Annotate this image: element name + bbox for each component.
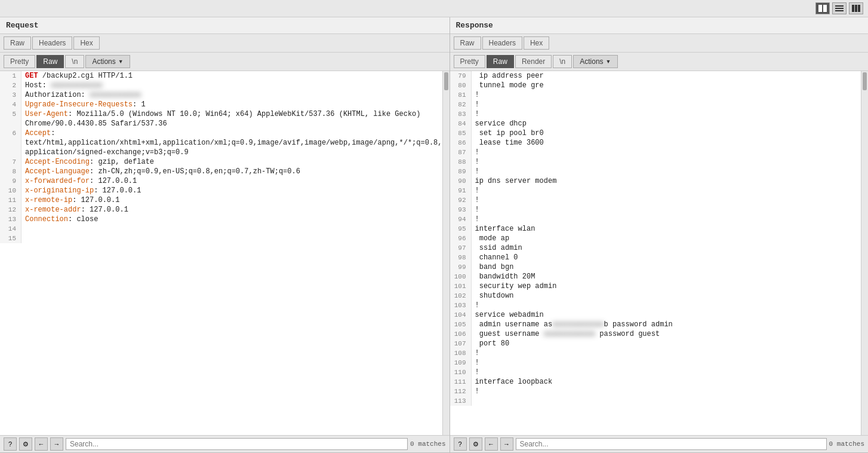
line-content: ! [472, 301, 479, 310]
line-number: 90 [450, 176, 472, 186]
request-panel: Request Raw Headers Hex Pretty Raw \n Ac… [0, 17, 450, 452]
line-number: 2 [0, 81, 21, 90]
table-row: 113 [450, 396, 861, 406]
line-content: ! [472, 205, 479, 215]
svg-rect-1 [823, 5, 827, 12]
line-content: Accept: [21, 128, 55, 138]
line-number: 7 [0, 157, 21, 167]
line-content: Upgrade-Insecure-Requests: 1 [21, 100, 146, 109]
request-next-button[interactable]: → [50, 437, 63, 451]
request-prev-button[interactable]: ← [35, 437, 48, 451]
svg-rect-6 [855, 5, 857, 12]
line-number: 92 [450, 195, 472, 205]
request-settings-button[interactable]: ⚙ [19, 437, 32, 451]
line-number: 6 [0, 128, 21, 138]
table-row: 87! [450, 148, 861, 157]
table-row: 97 ssid admin [450, 243, 861, 253]
line-number: 81 [450, 90, 472, 100]
response-search-input[interactable] [516, 438, 827, 450]
request-content[interactable]: 1GET /backup2.cgi HTTP/1.12Host: xxxxxxx… [0, 71, 442, 435]
line-number [0, 138, 21, 148]
line-number: 83 [450, 109, 472, 119]
svg-rect-3 [835, 8, 844, 9]
line-number: 89 [450, 167, 472, 176]
line-number: 9 [0, 176, 21, 186]
request-subtab-newline[interactable]: \n [65, 55, 84, 68]
request-scrollbar[interactable] [442, 71, 450, 435]
table-row: 94! [450, 215, 861, 224]
line-number: 80 [450, 81, 472, 90]
line-number: 86 [450, 138, 472, 148]
line-number: 109 [450, 358, 472, 368]
line-content: lease time 3600 [472, 138, 544, 148]
line-number: 14 [0, 224, 21, 234]
response-scrollbar[interactable] [861, 71, 868, 435]
line-number: 98 [450, 253, 472, 262]
request-tab-raw[interactable]: Raw [4, 36, 31, 50]
line-number [0, 119, 21, 128]
table-row: 92! [450, 195, 861, 205]
response-tab-raw[interactable]: Raw [454, 36, 481, 50]
svg-rect-4 [835, 10, 844, 11]
table-row: 85 set ip pool br0 [450, 128, 861, 138]
line-number: 94 [450, 215, 472, 224]
line-content: set ip pool br0 [472, 128, 544, 138]
line-number: 84 [450, 119, 472, 128]
response-subtab-newline[interactable]: \n [553, 55, 572, 68]
view-split-button[interactable] [815, 2, 830, 14]
request-title: Request [0, 17, 450, 34]
line-number: 15 [0, 234, 21, 243]
table-row: 1GET /backup2.cgi HTTP/1.1 [0, 71, 442, 81]
response-panel: Response Raw Headers Hex Pretty Raw Rend… [450, 17, 868, 452]
request-subtab-pretty[interactable]: Pretty [4, 55, 35, 68]
request-tab-hex[interactable]: Hex [73, 36, 99, 50]
request-tab-headers[interactable]: Headers [32, 36, 72, 50]
svg-rect-0 [818, 5, 822, 12]
line-content: port 80 [472, 339, 510, 348]
table-row: text/html,application/xhtml+xml,applicat… [0, 138, 442, 148]
response-subtab-raw[interactable]: Raw [487, 55, 514, 68]
line-number: 10 [0, 186, 21, 195]
response-prev-button[interactable]: ← [485, 437, 498, 451]
svg-rect-2 [835, 5, 844, 7]
table-row: 6Accept: [0, 128, 442, 138]
table-row: 89! [450, 167, 861, 176]
line-content [21, 224, 25, 234]
line-content: Chrome/90.0.4430.85 Safari/537.36 [21, 119, 167, 128]
request-subtab-raw[interactable]: Raw [36, 55, 64, 68]
response-settings-button[interactable]: ⚙ [469, 437, 482, 451]
line-number: 112 [450, 387, 472, 396]
line-content: shutdown [472, 291, 514, 301]
response-subtab-render[interactable]: Render [515, 55, 552, 68]
response-tab-hex[interactable]: Hex [524, 36, 549, 50]
response-actions-button[interactable]: Actions ▼ [573, 55, 617, 68]
line-content [21, 234, 25, 243]
line-number: 11 [0, 195, 21, 205]
line-number: 88 [450, 157, 472, 167]
table-row: 86 lease time 3600 [450, 138, 861, 148]
line-number: 93 [450, 205, 472, 215]
line-content: Host: xxxxxxxxxxxx [21, 81, 103, 90]
table-row: 103! [450, 301, 861, 310]
request-help-button[interactable]: ? [4, 437, 17, 451]
response-next-button[interactable]: → [500, 437, 513, 451]
table-row: 8Accept-Language: zh-CN,zh;q=0.9,en-US;q… [0, 167, 442, 176]
table-row: 10x-originating-ip: 127.0.0.1 [0, 186, 442, 195]
response-content[interactable]: 79 ip address peer80 tunnel mode gre81!8… [450, 71, 861, 435]
request-actions-button[interactable]: Actions ▼ [85, 55, 130, 68]
table-row: 9x-forwarded-for: 127.0.0.1 [0, 176, 442, 186]
panels-container: Request Raw Headers Hex Pretty Raw \n Ac… [0, 17, 868, 452]
table-row: 102 shutdown [450, 291, 861, 301]
table-row: 107 port 80 [450, 339, 861, 348]
request-search-input[interactable] [66, 438, 408, 450]
view-columns-button[interactable] [849, 2, 863, 14]
line-number: 110 [450, 368, 472, 377]
response-subtab-pretty[interactable]: Pretty [454, 55, 485, 68]
view-list-button[interactable] [832, 2, 847, 14]
svg-rect-5 [852, 5, 854, 12]
line-content: bandwidth 20M [472, 272, 535, 281]
response-help-button[interactable]: ? [454, 437, 467, 451]
response-tab-headers[interactable]: Headers [482, 36, 522, 50]
line-number: 102 [450, 291, 472, 301]
request-bottom-bar: ? ⚙ ← → 0 matches [0, 435, 450, 452]
